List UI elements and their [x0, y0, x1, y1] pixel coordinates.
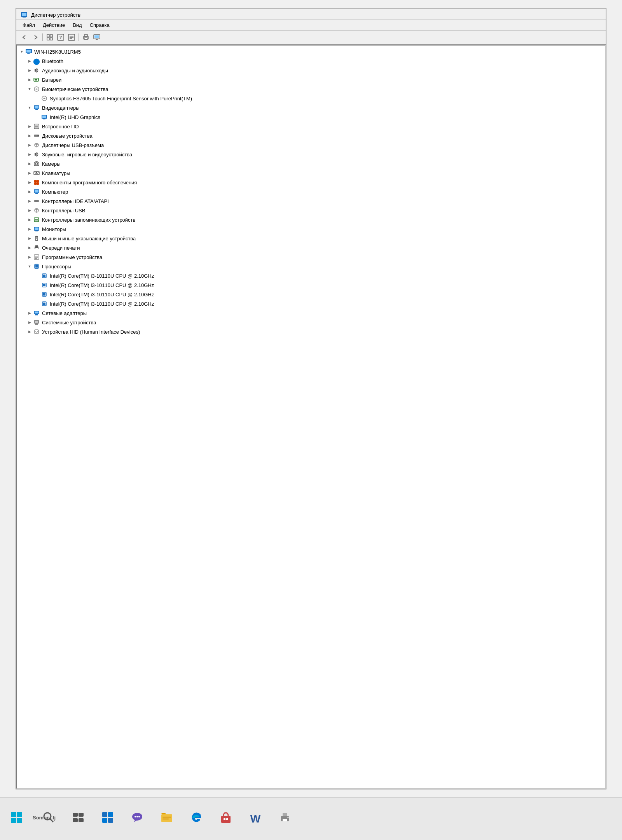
tree-item-camera[interactable]: ▶ Камеры	[17, 159, 605, 168]
pdev-expand[interactable]: ▶	[26, 254, 33, 260]
svg-rect-117	[79, 818, 84, 822]
device-tree-panel[interactable]: ▼ WIN-H25K8UJ1RM5 ▶ ⬤ Bluetooth	[16, 45, 606, 789]
tree-item-software[interactable]: ▶ Компоненты программного обеспечения	[17, 178, 605, 187]
tree-item-display-child1[interactable]: Intel(R) UHD Graphics	[17, 112, 605, 122]
tree-item-sound[interactable]: ▶ Звуковые, игровые и видеоустройства	[17, 150, 605, 159]
tree-item-monitor[interactable]: ▶ Мониторы	[17, 224, 605, 234]
svg-rect-4	[50, 35, 52, 37]
tree-root[interactable]: ▼ WIN-H25K8UJ1RM5	[17, 47, 605, 56]
root-expand-btn[interactable]: ▼	[19, 49, 25, 55]
battery-icon	[33, 76, 40, 84]
tree-item-pdev[interactable]: ▶ Программные устройства	[17, 252, 605, 262]
tree-item-hid[interactable]: ▶ Устройства HID (Human Interface Device…	[17, 327, 605, 336]
tree-item-usbctrl[interactable]: ▶ Контроллеры USB	[17, 206, 605, 215]
firmware-expand[interactable]: ▶	[26, 123, 33, 130]
display-label: Видеоадаптеры	[42, 105, 80, 111]
taskbar-explorer[interactable]	[153, 803, 180, 835]
usbhub-expand[interactable]: ▶	[26, 142, 33, 148]
tree-item-keyboard[interactable]: ▶ Клавиатуры	[17, 168, 605, 178]
taskbar-edge[interactable]	[183, 803, 210, 835]
tree-item-cpu-child1[interactable]: Intel(R) Core(TM) i3-10110U CPU @ 2.10GH…	[17, 271, 605, 280]
svg-rect-47	[35, 172, 35, 173]
print-button[interactable]	[81, 32, 91, 42]
menu-help[interactable]: Справка	[87, 21, 113, 29]
tree-item-ide[interactable]: ▶ Контроллеры IDE ATA/ATAPI	[17, 196, 605, 206]
display-expand[interactable]: ▼	[26, 105, 33, 111]
tree-item-network[interactable]: ▶ Сетевые адаптеры	[17, 308, 605, 318]
svg-rect-97	[43, 303, 45, 305]
display-icon	[33, 104, 40, 112]
storage-label: Контроллеры запоминающих устройств	[42, 217, 135, 223]
tree-item-biometric[interactable]: ▼ Биометрические устройства	[17, 84, 605, 94]
taskbar-start[interactable]	[3, 803, 30, 835]
properties-button[interactable]	[66, 32, 77, 42]
tree-item-audio[interactable]: ▶ Аудиовходы и аудиовыходы	[17, 66, 605, 75]
tree-item-sysdev[interactable]: ▶ Системные устройства	[17, 318, 605, 327]
keyboard-icon	[33, 169, 40, 177]
bluetooth-icon: ⬤	[33, 57, 40, 65]
sysdev-label: Системные устройства	[42, 320, 96, 326]
svg-rect-114	[73, 813, 78, 817]
camera-expand[interactable]: ▶	[26, 161, 33, 167]
monitor-expand[interactable]: ▶	[26, 226, 33, 232]
tree-item-print[interactable]: ▶ Очереди печати	[17, 243, 605, 252]
print-expand[interactable]: ▶	[26, 245, 33, 251]
bluetooth-expand[interactable]: ▶	[26, 58, 33, 64]
tree-item-biometric-child1[interactable]: Synaptics FS7605 Touch Fingerprint Senso…	[17, 94, 605, 103]
menu-action[interactable]: Действие	[40, 21, 68, 29]
explorer-icon	[161, 811, 173, 827]
tree-item-firmware[interactable]: ▶ Встроенное ПО	[17, 122, 605, 131]
cpu-child4-label: Intel(R) Core(TM) i3-10110U CPU @ 2.10GH…	[50, 301, 154, 307]
sound-expand[interactable]: ▶	[26, 151, 33, 158]
mouse-expand[interactable]: ▶	[26, 235, 33, 242]
svg-point-40	[38, 135, 39, 136]
ide-icon	[33, 197, 40, 205]
keyboard-expand[interactable]: ▶	[26, 170, 33, 176]
battery-expand[interactable]: ▶	[26, 77, 33, 83]
computer-expand[interactable]: ▶	[26, 189, 33, 195]
usbctrl-expand[interactable]: ▶	[26, 207, 33, 214]
back-button[interactable]	[19, 32, 30, 42]
svg-rect-115	[79, 813, 84, 817]
tree-item-cpu-child2[interactable]: Intel(R) Core(TM) i3-10110U CPU @ 2.10GH…	[17, 280, 605, 290]
biometric-expand[interactable]: ▼	[26, 86, 33, 92]
taskbar-chat[interactable]	[124, 803, 151, 835]
tree-item-disk[interactable]: ▶ Дисковые устройства	[17, 131, 605, 140]
grid-button[interactable]	[45, 32, 55, 42]
tree-item-bluetooth[interactable]: ▶ ⬤ Bluetooth	[17, 56, 605, 66]
sysdev-expand[interactable]: ▶	[26, 319, 33, 326]
tree-item-mouse[interactable]: ▶ Мыши и иные указывающие устройства	[17, 234, 605, 243]
taskbar-store[interactable]	[212, 803, 239, 835]
hid-expand[interactable]: ▶	[26, 329, 33, 335]
camera-label: Камеры	[42, 161, 61, 167]
tree-item-cpu[interactable]: ▼ Процессоры	[17, 262, 605, 271]
software-expand[interactable]: ▶	[26, 179, 33, 186]
menu-file[interactable]: Файл	[19, 21, 38, 29]
svg-point-125	[138, 816, 140, 817]
help-button[interactable]: ?	[56, 32, 66, 42]
tree-item-computer[interactable]: ▶ Компьютер	[17, 187, 605, 196]
taskbar-printer[interactable]	[271, 803, 299, 835]
monitor-button[interactable]	[92, 32, 102, 42]
tree-item-usbhub[interactable]: ▶ Диспетчеры USB-разъема	[17, 140, 605, 150]
tree-item-storage[interactable]: ▶ Контроллеры запоминающих устройств	[17, 215, 605, 224]
taskbar-word[interactable]: W	[242, 803, 269, 835]
svg-rect-56	[35, 190, 38, 192]
network-expand[interactable]: ▶	[26, 310, 33, 316]
tree-item-battery[interactable]: ▶ Батареи	[17, 75, 605, 84]
taskbar-taskview[interactable]	[65, 803, 92, 835]
tree-item-cpu-child3[interactable]: Intel(R) Core(TM) i3-10110U CPU @ 2.10GH…	[17, 290, 605, 299]
storage-expand[interactable]: ▶	[26, 217, 33, 223]
forward-button[interactable]	[30, 32, 40, 42]
cpu-expand[interactable]: ▼	[26, 263, 33, 270]
svg-rect-77	[35, 248, 38, 249]
ide-expand[interactable]: ▶	[26, 198, 33, 204]
tree-item-display[interactable]: ▼ Видеоадаптеры	[17, 103, 605, 112]
taskbar-widgets[interactable]	[94, 803, 121, 835]
audio-expand[interactable]: ▶	[26, 67, 33, 74]
disk-expand[interactable]: ▶	[26, 133, 33, 139]
svg-rect-3	[47, 35, 49, 37]
tree-item-cpu-child4[interactable]: Intel(R) Core(TM) i3-10110U CPU @ 2.10GH…	[17, 299, 605, 308]
cpu-child2-label: Intel(R) Core(TM) i3-10110U CPU @ 2.10GH…	[50, 282, 154, 288]
menu-view[interactable]: Вид	[70, 21, 85, 29]
